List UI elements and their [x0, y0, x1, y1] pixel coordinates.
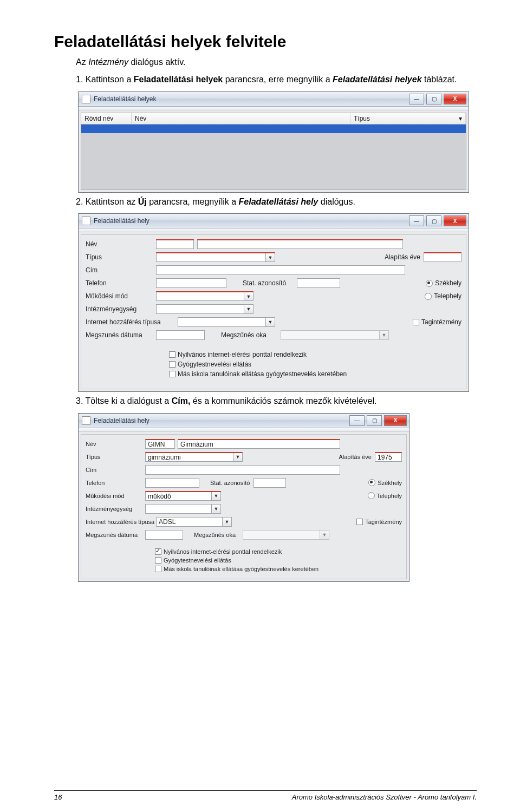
text: dialógus.	[318, 197, 355, 206]
internet-combo[interactable]: ADSL▼	[156, 517, 232, 527]
stat-input[interactable]	[297, 278, 340, 288]
col-rovid-nev[interactable]: Rövid név	[81, 113, 132, 124]
cim-input[interactable]	[156, 265, 405, 275]
list-header: Rövid név Név Típus ▾	[81, 113, 466, 125]
app-icon	[82, 416, 90, 425]
telefon-input[interactable]	[145, 478, 199, 488]
chevron-down-icon: ▼	[211, 492, 220, 500]
alapitas-input[interactable]	[424, 252, 461, 262]
label-telefon: Telefon	[86, 480, 145, 486]
label-tagintezmeny: Tagintézmény	[365, 519, 402, 525]
text-bold: Új	[138, 197, 147, 206]
alapitas-input[interactable]: 1975	[375, 452, 402, 462]
text: dialógus aktív.	[128, 57, 186, 67]
page-footer: 16 Aromo Iskola-adminisztrációs Szoftver…	[54, 790, 477, 801]
label-cb1: Nyilvános internet-elérési ponttal rende…	[178, 351, 307, 358]
mukodesi-combo[interactable]: működő▼	[145, 491, 221, 501]
chevron-down-icon: ▼	[222, 518, 231, 526]
label-szekhely: Székhely	[435, 279, 461, 287]
footer-text: Aromo Iskola-adminisztrációs Szoftver - …	[292, 793, 477, 801]
megszunes-datum-input[interactable]	[156, 330, 205, 340]
titlebar: Feladatellátási helyek — ▢ X	[79, 92, 469, 107]
nev-code-input[interactable]	[156, 239, 194, 249]
app-icon	[82, 217, 90, 225]
close-button[interactable]: X	[444, 215, 466, 226]
label-cim: Cím	[86, 467, 145, 473]
label-cb1: Nyilvános internet-elérési ponttal rende…	[164, 548, 282, 555]
label-internet: Internet hozzáférés típusa	[86, 519, 156, 525]
close-button[interactable]: X	[384, 415, 407, 426]
text: és a kommunikációs számok mezők kivételé…	[190, 396, 376, 405]
maximize-button[interactable]: ▢	[426, 215, 441, 226]
label-cim: Cím	[86, 266, 156, 274]
minimize-button[interactable]: —	[409, 215, 424, 226]
tipus-combo[interactable]: gimnáziumi▼	[145, 452, 243, 462]
telephely-radio[interactable]	[425, 293, 432, 300]
window-feladatellatasi-helyek: Feladatellátási helyek — ▢ X Rövid név N…	[78, 91, 469, 193]
internet-combo[interactable]: ▼	[178, 317, 275, 327]
stat-input[interactable]	[253, 478, 286, 488]
chevron-down-icon: ▼	[265, 318, 275, 326]
nev-code-input[interactable]: GIMN	[145, 439, 175, 449]
nev-full-input[interactable]	[197, 239, 403, 249]
page-number: 16	[54, 793, 62, 801]
szekhely-radio[interactable]	[368, 479, 375, 486]
cb-nyilvanos[interactable]	[169, 351, 176, 358]
cb-mas-iskola[interactable]	[169, 371, 176, 377]
titlebar: Feladatellátási hely — ▢ X	[79, 214, 469, 228]
text-bold-italic: Feladatellátási helyek	[333, 75, 422, 84]
chevron-down-icon: ▼	[265, 253, 275, 261]
cim-input[interactable]	[145, 465, 340, 475]
text-bold: Feladatellátási helyek	[134, 75, 223, 84]
window-feladatellatasi-hely-filled: Feladatellátási hely — ▢ X Név GIMN Gimn…	[78, 413, 410, 582]
text: 3. Töltse ki a dialógust a	[76, 396, 172, 405]
col-tipus[interactable]: Típus ▾	[350, 113, 466, 124]
tagintezmeny-checkbox[interactable]	[356, 519, 363, 525]
chevron-down-icon: ▼	[233, 453, 242, 461]
telephely-radio[interactable]	[368, 492, 375, 499]
label-nev: Név	[86, 441, 145, 447]
cb-mas-iskola[interactable]	[155, 566, 161, 572]
close-button[interactable]: X	[444, 94, 466, 104]
megszunes-datum-input[interactable]	[145, 530, 183, 540]
minimize-button[interactable]: —	[409, 94, 424, 104]
megszunes-oka-combo[interactable]: ▼	[243, 530, 329, 540]
chevron-down-icon: ▼	[320, 531, 329, 539]
text: 1. Kattintson a	[76, 75, 134, 84]
label-stat: Stat. azonosító	[210, 480, 253, 486]
intezmenyegyseg-combo[interactable]: ▼	[156, 304, 253, 314]
szekhely-radio[interactable]	[426, 280, 433, 287]
tagintezmeny-checkbox[interactable]	[413, 319, 419, 325]
label-telephely: Telephely	[377, 493, 402, 499]
maximize-button[interactable]: ▢	[367, 415, 382, 426]
window-feladatellatasi-hely-empty: Feladatellátási hely — ▢ X Név Típus ▼ A…	[78, 213, 469, 392]
list-body[interactable]	[81, 125, 466, 190]
telefon-input[interactable]	[156, 278, 226, 288]
label-cb3: Más iskola tanulóinak ellátása gyógytest…	[164, 566, 318, 572]
table-row[interactable]	[81, 125, 466, 133]
cb-gyogytestneveles[interactable]	[169, 361, 176, 368]
text: 2. Kattintson az	[76, 197, 138, 206]
step-2: 2. Kattintson az Új parancsra, megnyílik…	[76, 196, 477, 208]
intro-line: Az Intézmény dialógus aktív.	[76, 56, 477, 68]
minimize-button[interactable]: —	[349, 415, 365, 426]
chevron-down-icon: ▼	[244, 305, 253, 313]
label-cb3: Más iskola tanulóinak ellátása gyógytest…	[178, 370, 347, 378]
intezmenyegyseg-combo[interactable]: ▼	[145, 504, 221, 514]
nev-full-input[interactable]: Gimnázium	[178, 439, 340, 449]
label-mukodesi: Működési mód	[86, 292, 156, 300]
chevron-down-icon: ▼	[244, 292, 253, 300]
cb-nyilvanos[interactable]	[155, 548, 161, 555]
label-tipus: Típus	[86, 454, 145, 460]
chevron-down-icon: ▼	[379, 331, 388, 339]
step-3: 3. Töltse ki a dialógust a Cím, és a kom…	[76, 395, 477, 407]
maximize-button[interactable]: ▢	[426, 94, 441, 104]
label-intezmenyegyseg: Intézményegység	[86, 506, 145, 512]
cb-gyogytestneveles[interactable]	[155, 557, 161, 564]
mukodesi-combo[interactable]: ▼	[156, 291, 253, 301]
label-intezmenyegyseg: Intézményegység	[86, 305, 156, 313]
step-1: 1. Kattintson a Feladatellátási helyek p…	[76, 74, 477, 86]
megszunes-oka-combo[interactable]: ▼	[281, 330, 389, 340]
col-nev[interactable]: Név	[132, 113, 350, 124]
tipus-combo[interactable]: ▼	[156, 252, 275, 262]
